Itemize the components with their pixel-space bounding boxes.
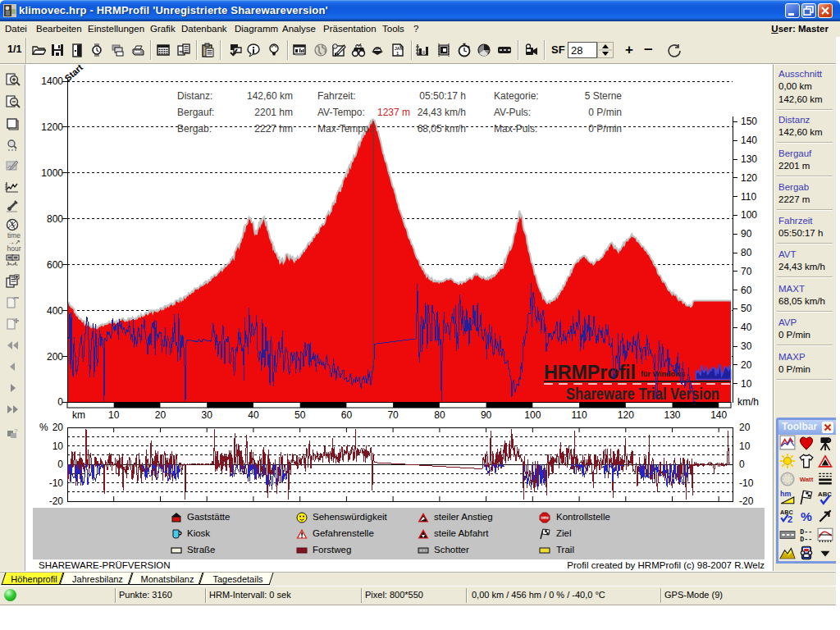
svg-text:140: 140 [710, 409, 727, 421]
svg-text:?: ? [14, 427, 18, 435]
svg-text:100: 100 [524, 409, 541, 421]
svg-text:120: 120 [741, 172, 757, 184]
svg-text:-20: -20 [49, 495, 64, 507]
svg-text:Watt: Watt [800, 476, 814, 483]
svg-text:150: 150 [741, 116, 757, 127]
svg-text:1400: 1400 [41, 75, 63, 87]
svg-text:HRMProfil: HRMProfil [544, 361, 636, 383]
svg-text:1000: 1000 [41, 167, 63, 179]
svg-text:Max-Puls:: Max-Puls: [494, 123, 537, 135]
svg-text:70: 70 [741, 266, 752, 277]
svg-text:0: 0 [739, 459, 745, 470]
svg-text:20: 20 [155, 409, 167, 421]
svg-text:1237 m: 1237 m [377, 107, 410, 118]
svg-text:80: 80 [741, 247, 752, 258]
svg-text:Bergab:: Bergab: [177, 123, 212, 135]
svg-text:STOP: STOP [541, 516, 549, 519]
svg-text:%: % [39, 422, 48, 433]
svg-text:120: 120 [618, 409, 634, 421]
svg-text:60: 60 [341, 409, 353, 421]
svg-text:D--: D-- [800, 536, 812, 543]
svg-text:2201 hm: 2201 hm [254, 107, 293, 118]
svg-text:km: km [72, 409, 85, 421]
svg-text:Kategorie:: Kategorie: [494, 90, 539, 102]
svg-text:200: 200 [47, 351, 63, 363]
svg-text:600: 600 [47, 259, 63, 271]
svg-text:-10: -10 [49, 477, 64, 489]
svg-text:20: 20 [52, 422, 64, 433]
svg-text:800: 800 [47, 213, 63, 225]
svg-text:0 P/min: 0 P/min [588, 107, 622, 118]
svg-text:110: 110 [572, 409, 587, 421]
svg-text:10: 10 [739, 441, 751, 452]
svg-text:2: 2 [788, 514, 792, 524]
svg-text:20: 20 [741, 359, 752, 371]
svg-text:Shareware Trial Version: Shareware Trial Version [566, 385, 719, 403]
svg-text:90: 90 [481, 409, 492, 421]
svg-text:24,43 km/h: 24,43 km/h [418, 107, 466, 118]
svg-text:30: 30 [741, 340, 752, 352]
svg-text:0 P/min: 0 P/min [588, 123, 622, 135]
svg-text:50: 50 [294, 409, 306, 421]
svg-text:Start: Start [62, 64, 84, 83]
svg-text:40: 40 [248, 409, 259, 421]
svg-text:Fahrzeit:: Fahrzeit: [317, 90, 356, 102]
svg-text:140: 140 [741, 135, 757, 146]
svg-text:68,05 km/h: 68,05 km/h [418, 123, 466, 135]
svg-text:130: 130 [664, 409, 680, 421]
svg-text:40: 40 [741, 322, 752, 333]
svg-text:2227 hm: 2227 hm [254, 123, 293, 135]
svg-text:0: 0 [57, 459, 63, 470]
svg-text:AV-Puls:: AV-Puls: [494, 107, 531, 118]
svg-text:0: 0 [57, 396, 63, 408]
svg-text:10: 10 [108, 409, 120, 421]
svg-text:5 Sterne: 5 Sterne [585, 90, 623, 102]
svg-text:60: 60 [741, 285, 752, 296]
svg-text:90: 90 [741, 228, 752, 240]
svg-text:%: % [801, 509, 812, 523]
svg-text:110: 110 [741, 191, 756, 203]
svg-text:400: 400 [47, 305, 63, 317]
svg-text:10: 10 [741, 378, 752, 390]
svg-text:Max-Tempo:: Max-Tempo: [317, 123, 372, 135]
svg-text:ABC: ABC [818, 491, 832, 498]
svg-text:50: 50 [741, 303, 752, 314]
svg-text:100: 100 [741, 209, 757, 221]
svg-text:10: 10 [52, 441, 64, 452]
svg-text:-10: -10 [739, 477, 754, 489]
svg-text:05:50:17 h: 05:50:17 h [419, 90, 466, 102]
svg-text:80: 80 [434, 409, 445, 421]
svg-text:30: 30 [202, 409, 213, 421]
svg-text:1200: 1200 [41, 121, 63, 133]
svg-text:hm: hm [780, 490, 791, 498]
svg-text:130: 130 [741, 153, 757, 165]
svg-text:Distanz:: Distanz: [177, 90, 212, 102]
svg-text:70: 70 [387, 409, 399, 421]
svg-text:-20: -20 [739, 495, 754, 507]
svg-text:20: 20 [739, 422, 751, 433]
svg-text:142,60 km: 142,60 km [247, 90, 293, 102]
svg-text:Bergauf:: Bergauf: [177, 107, 214, 118]
svg-text:AV-Tempo:: AV-Tempo: [317, 107, 365, 118]
svg-text:km/h: km/h [737, 396, 759, 408]
